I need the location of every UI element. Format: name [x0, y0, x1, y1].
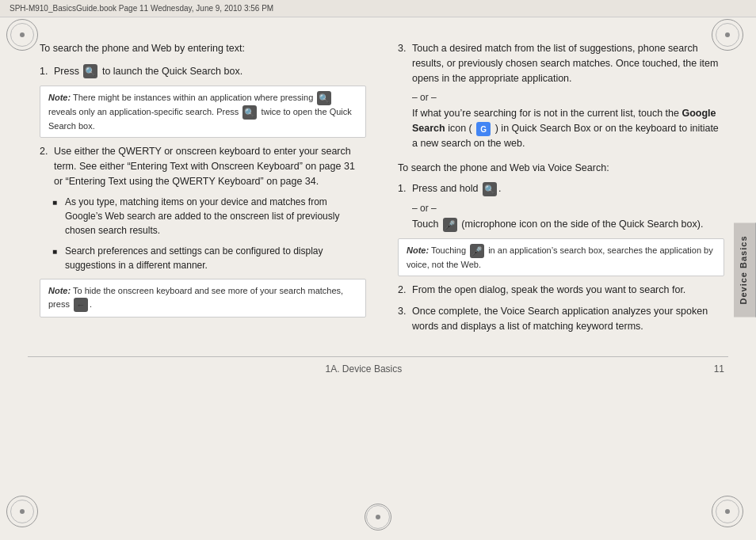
footer-divider [28, 356, 728, 357]
step-1: 1. Press to launch the Quick Search box. [40, 64, 366, 79]
search-icon-vstep1 [483, 182, 497, 196]
step-3b: If what you’re searching for is not in t… [412, 106, 724, 150]
footer-label: 1A. Device Basics [326, 363, 403, 375]
left-column: To search the phone and Web by entering … [40, 41, 385, 340]
google-search-icon [476, 122, 491, 136]
vstep-2: 2. From the open dialog, speak the words… [398, 283, 724, 298]
step-3b-cont: icon ( [448, 123, 472, 134]
step-3b-text: If what you’re searching for is not in t… [412, 108, 679, 119]
note1-text: There might be instances within an appli… [73, 93, 313, 102]
note-box-3: Note: Touching in an application’s searc… [398, 238, 724, 277]
search-icon-step1 [83, 64, 97, 78]
vstep-1b-before: Touch [412, 219, 438, 230]
left-intro: To search the phone and Web by entering … [40, 41, 366, 56]
footer-page: 11 [714, 363, 724, 375]
step-2-num: 2. [40, 144, 54, 188]
bullet-sym-2: ■ [52, 245, 62, 257]
vstep-1b-after: (microphone icon on the side of the Quic… [461, 219, 703, 230]
note2-text: To hide the onscreen keyboard and see mo… [48, 286, 343, 309]
step-2-content: Use either the QWERTY or onscreen keyboa… [54, 144, 366, 188]
step-3: 3. Touch a desired match from the list o… [398, 41, 724, 86]
note-box-2: Note: To hide the onscreen keyboard and … [40, 279, 366, 318]
or-line-2: – or – [412, 203, 724, 214]
vstep-3-num: 3. [398, 304, 412, 334]
right-column: 3. Touch a desired match from the list o… [385, 41, 724, 340]
vstep-1-content: Press and hold . [412, 181, 724, 196]
step-3-num: 3. [398, 41, 412, 86]
voice-search-intro: To search the phone and Web via Voice Se… [398, 161, 724, 176]
bullet-sym-1: ■ [52, 196, 62, 208]
step-3-content: Touch a desired match from the list of s… [412, 41, 724, 86]
bullet-item-2: ■ Search preferences and settings can be… [52, 244, 366, 272]
note1-icon2 [242, 105, 257, 120]
bullet-text-1: As you type, matching items on your devi… [65, 195, 366, 238]
vstep-1-text: Press and hold [412, 183, 478, 194]
vstep-1b: Touch (microphone icon on the side of th… [412, 217, 724, 232]
step-1-text-before: Press [54, 66, 79, 77]
vstep-1-num: 1. [398, 181, 412, 196]
bullet-item-1: ■ As you type, matching items on your de… [52, 195, 366, 238]
bullet-text-2: Search preferences and settings can be c… [65, 244, 366, 272]
corner-decoration-bl [6, 496, 44, 534]
vstep-3: 3. Once complete, the Voice Search appli… [398, 304, 724, 334]
step-1-text-after: to launch the Quick Search box. [102, 66, 242, 77]
note1-label: Note: [48, 93, 71, 102]
note1-icon1 [317, 91, 331, 105]
vstep-1: 1. Press and hold . [398, 181, 724, 196]
header-text: SPH-M910_BasicsGuide.book Page 11 Wednes… [10, 4, 273, 13]
step-1-content: Press to launch the Quick Search box. [54, 64, 366, 79]
mic-icon-vstep1 [443, 218, 457, 232]
vstep-2-content: From the open dialog, speak the words yo… [412, 283, 724, 298]
note3-text: Touching [431, 245, 466, 255]
footer-text: 1A. Device Basics 11 [326, 363, 724, 375]
note-box-1: Note: There might be instances within an… [40, 86, 366, 139]
content-area: To search the phone and Web by entering … [0, 17, 756, 356]
vstep-2-num: 2. [398, 283, 412, 298]
bullet-list: ■ As you type, matching items on your de… [52, 195, 366, 272]
corner-decoration-br [712, 496, 750, 534]
note1-text2: reveals only an application-specific sea… [48, 107, 239, 116]
back-icon-note2 [74, 298, 88, 312]
footer-bar: 1A. Device Basics 11 [0, 360, 756, 381]
note2-label: Note: [48, 286, 71, 295]
step-2: 2. Use either the QWERTY or onscreen key… [40, 144, 366, 188]
step-1-num: 1. [40, 64, 54, 79]
header-bar: SPH-M910_BasicsGuide.book Page 11 Wednes… [0, 0, 756, 17]
note3-label: Note: [407, 245, 429, 255]
or-line-1: – or – [412, 92, 724, 103]
vstep-3-content: Once complete, the Voice Search applicat… [412, 304, 724, 334]
mic-icon-note3 [470, 244, 484, 258]
bottom-center-decoration [365, 504, 391, 530]
